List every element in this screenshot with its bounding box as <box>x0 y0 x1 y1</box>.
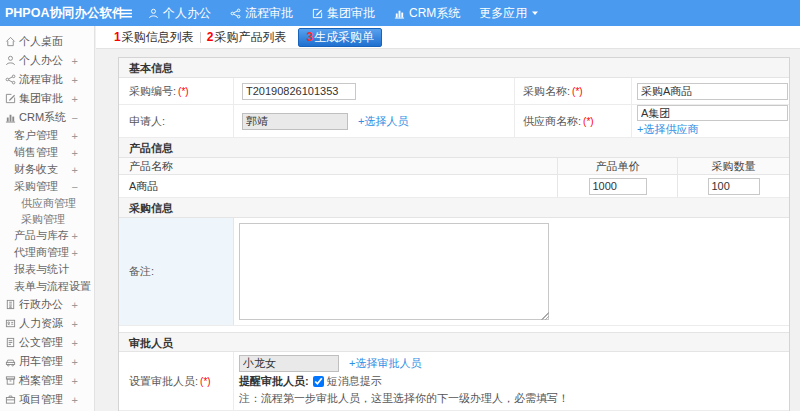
sidebar-item-label: 客户管理 <box>14 128 58 143</box>
expand-toggle-icon[interactable]: + <box>72 130 78 142</box>
topbar-menu-label: CRM系统 <box>409 5 460 22</box>
sidebar-item-label: 集团审批 <box>19 91 63 106</box>
sidebar-item-label: 代理商管理 <box>14 245 69 260</box>
approver-input[interactable] <box>239 355 339 372</box>
sidebar-item-label: 用车管理 <box>19 354 63 369</box>
topbar-menu-workflow-approval[interactable]: 流程审批 <box>230 5 293 22</box>
purchase-name-label: 采购名称: (*) <box>515 78 632 104</box>
sidebar-item-label: 财务收支 <box>14 162 58 177</box>
app-logo: PHPOA协同办公软件 <box>0 5 113 22</box>
section-header-approval: 审批人员 <box>119 332 789 352</box>
field-label: 采购编号: <box>129 84 176 99</box>
sidebar-item-form-workflow-settings[interactable]: 表单与流程设置+ <box>0 278 94 295</box>
edit-icon <box>5 93 16 104</box>
sidebar-item-workflow-approval[interactable]: 流程审批+ <box>0 70 94 89</box>
expand-toggle-icon[interactable]: + <box>72 281 78 293</box>
approval-note: 注：流程第一步审批人员，这里选择你的下一级办理人，必需填写！ <box>239 391 789 406</box>
purchase-no-label: 采购编号: (*) <box>119 78 234 104</box>
topbar-menu-group-approval[interactable]: 集团审批 <box>312 5 375 22</box>
sidebar-item-label: CRM系统 <box>19 110 66 125</box>
hamburger-menu-icon[interactable] <box>120 7 133 20</box>
applicant-input[interactable] <box>242 113 348 130</box>
expand-toggle-icon[interactable]: + <box>72 93 78 105</box>
expand-toggle-icon[interactable]: + <box>72 147 78 159</box>
sidebar-item-crm-system[interactable]: CRM系统− <box>0 108 94 127</box>
sidebar-item-label: 采购管理 <box>14 179 58 194</box>
sidebar-item-purchase-management[interactable]: 采购管理− <box>0 178 94 195</box>
form-row: 申请人: +选择人员 供应商名称: (*) +选择供应商 <box>119 105 789 138</box>
supplier-input[interactable] <box>637 105 788 121</box>
purchase-qty-input[interactable] <box>708 178 760 195</box>
sidebar-item-label: 项目管理 <box>19 392 63 407</box>
home-icon <box>5 36 16 47</box>
topbar-menu-label: 个人办公 <box>163 5 211 22</box>
sidebar-item-sales-management[interactable]: 销售管理+ <box>0 144 94 161</box>
expand-toggle-icon[interactable]: + <box>72 318 78 330</box>
expand-toggle-icon[interactable]: + <box>72 55 78 67</box>
required-mark: (*) <box>572 86 583 97</box>
sidebar-item-label: 产品与库存 <box>14 228 69 243</box>
step-number: 2 <box>207 30 214 44</box>
tab-purchase-product-list[interactable]: 2 采购产品列表 <box>201 29 293 46</box>
topbar-menu-more-apps[interactable]: 更多应用 <box>479 5 539 22</box>
sidebar-item-personal-office[interactable]: 个人办公+ <box>0 51 94 70</box>
step-label: 采购信息列表 <box>122 29 194 46</box>
expand-toggle-icon[interactable]: + <box>72 247 78 259</box>
step-label: 生成采购单 <box>314 29 374 46</box>
textarea-resize-handle[interactable] <box>541 312 549 320</box>
sidebar-item-project-management[interactable]: 项目管理+ <box>0 390 94 409</box>
required-mark: (*) <box>583 116 594 127</box>
topbar-menu-crm-system[interactable]: CRM系统 <box>394 5 460 22</box>
sidebar-item-human-resources[interactable]: 人力资源+ <box>0 314 94 333</box>
select-supplier-link[interactable]: +选择供应商 <box>637 122 698 137</box>
select-approver-link[interactable]: +选择审批人员 <box>349 356 421 371</box>
purchase-no-input[interactable] <box>242 83 356 100</box>
expand-toggle-icon[interactable]: + <box>72 337 78 349</box>
expand-toggle-icon[interactable]: + <box>72 164 78 176</box>
sidebar-item-supplier-management[interactable]: 供应商管理 <box>0 195 94 211</box>
expand-toggle-icon[interactable]: − <box>72 112 78 124</box>
required-mark: (*) <box>200 376 211 387</box>
sidebar-item-label: 采购管理 <box>21 212 65 227</box>
field-label: 采购名称: <box>523 84 570 99</box>
caret-down-icon <box>531 9 539 17</box>
sidebar-item-customer-management[interactable]: 客户管理+ <box>0 127 94 144</box>
expand-toggle-icon[interactable]: + <box>72 375 78 387</box>
sidebar-item-finance-income-expense[interactable]: 财务收支+ <box>0 161 94 178</box>
topbar-menu-label: 集团审批 <box>327 5 375 22</box>
sms-remind-label: 短消息提示 <box>327 374 382 389</box>
document-icon <box>5 337 16 348</box>
sidebar-item-vehicle-management[interactable]: 用车管理+ <box>0 352 94 371</box>
sidebar-item-agent-management[interactable]: 代理商管理+ <box>0 244 94 261</box>
purchase-name-input[interactable] <box>637 83 788 100</box>
sidebar-item-archive-management[interactable]: 档案管理+ <box>0 371 94 390</box>
product-table-header: 产品名称 产品单价 采购数量 <box>119 158 789 175</box>
sidebar-item-official-documents[interactable]: 公文管理+ <box>0 333 94 352</box>
expand-toggle-icon[interactable]: + <box>72 356 78 368</box>
sidebar-item-label: 报表与统计 <box>14 262 69 277</box>
tab-purchase-info-list[interactable]: 1 采购信息列表 <box>108 29 200 46</box>
expand-toggle-icon[interactable]: + <box>72 74 78 86</box>
sidebar-item-admin-office[interactable]: 行政办公+ <box>0 295 94 314</box>
sidebar-item-purchase-management-sub[interactable]: 采购管理 <box>0 211 94 227</box>
product-price-input[interactable] <box>589 178 647 195</box>
expand-toggle-icon[interactable]: − <box>72 181 78 193</box>
sidebar-item-label: 表单与流程设置 <box>14 279 91 294</box>
expand-toggle-icon[interactable]: + <box>72 394 78 406</box>
sms-remind-checkbox[interactable] <box>313 376 324 387</box>
column-purchase-qty: 采购数量 <box>677 158 789 174</box>
step-number: 3 <box>306 30 313 44</box>
sidebar-item-personal-desktop[interactable]: 个人桌面 <box>0 32 94 51</box>
topbar-menu-personal-office[interactable]: 个人办公 <box>148 5 211 22</box>
expand-toggle-icon[interactable]: + <box>72 230 78 242</box>
select-person-link[interactable]: +选择人员 <box>358 114 408 129</box>
user-icon <box>5 55 16 66</box>
sidebar-item-label: 人力资源 <box>19 316 63 331</box>
note-label: 备注: <box>119 218 234 325</box>
sidebar-item-reports-statistics[interactable]: 报表与统计 <box>0 261 94 278</box>
tab-generate-purchase-order[interactable]: 3 生成采购单 <box>298 28 382 47</box>
note-textarea[interactable] <box>239 223 549 320</box>
expand-toggle-icon[interactable]: + <box>72 299 78 311</box>
sidebar-item-group-approval[interactable]: 集团审批+ <box>0 89 94 108</box>
sidebar-item-product-inventory[interactable]: 产品与库存+ <box>0 227 94 244</box>
